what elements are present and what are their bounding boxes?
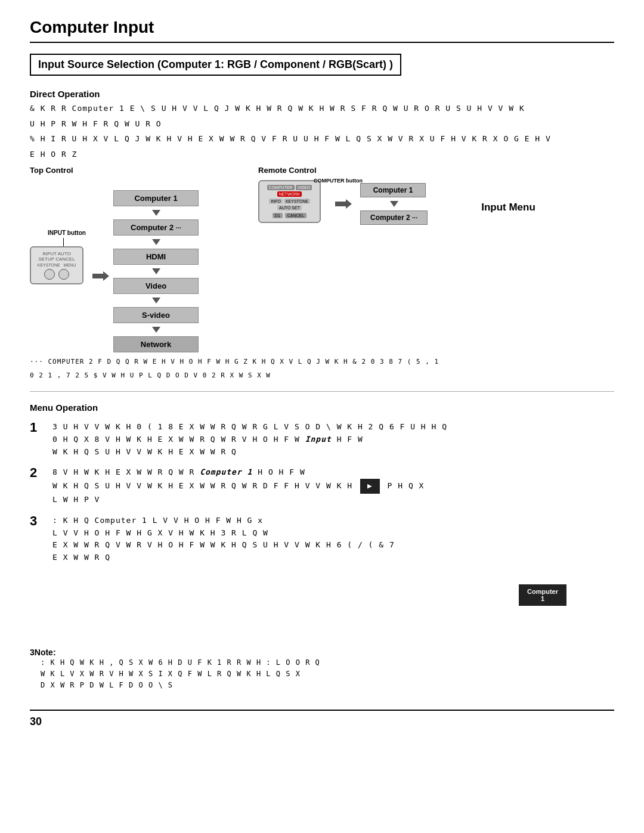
arr-down-2 [152,239,160,245]
comp1-box-area: Computer 1 [30,572,566,606]
note-text2: W K L V X W R V H W X S I X Q F W L R Q … [41,668,614,680]
step3-text: : K H Q Computer 1 L V V H O H F W H G x… [52,515,395,564]
remote-control-section: Remote Control COMPUTER button COMPUTER … [258,166,428,225]
steps-list: 1 3 U H V V W K H 0 ( 1 8 E X W W R Q W … [30,421,614,564]
menu-item-computer1: Computer 1 [113,190,199,206]
direct-op-text2: U H P R W H F R Q W U R O [30,118,614,130]
note-section: 3Note: : K H Q W K H , Q S X W 6 H D U F… [30,648,614,692]
top-ctrl-labels: INPUT AUTO SETUP CANCEL [37,251,76,262]
svg-marker-1 [335,199,352,209]
step2-black-arrow: ▶ [360,479,380,494]
step1-text: 3 U H V V W K H 0 ( 1 8 E X W W R Q W R … [52,421,447,458]
step2-inline: Computer 1 [200,467,252,476]
menu-item-svideo: S-video [113,307,199,323]
remote-keystone-btn: KEYSTONE [284,199,310,204]
remote-arrow [335,199,352,210]
computer-btn-label: COMPUTER button [314,178,363,184]
input-menu-label: Input Menu [481,202,535,213]
remote-menu-computer2: Computer 2 ··· [360,210,428,225]
remote-control-label: Remote Control [258,166,317,175]
circle-btn-2 [58,269,69,280]
footnote1: ··· COMPUTER 2 F D Q Q R W E H V H O H F… [30,357,614,367]
arr-down-rc [390,201,398,207]
remote-info-btn: INFO [269,199,283,204]
step3: 3 : K H Q Computer 1 L V V H O H F W H G… [30,515,614,564]
direct-op-title: Direct Operation [30,89,614,99]
remote-autoset-btn: AUTO SET [277,205,302,210]
note-text1: : K H Q W K H , Q S X W 6 H D U F K 1 R … [41,657,614,668]
comp1-label2: 1 [527,595,558,602]
section1-title: Input Source Selection (Computer 1: RGB … [30,54,401,76]
menu-operation-section: Menu Operation 1 3 U H V V W K H 0 ( 1 8… [30,402,614,606]
note-text3: D X W R P D W L F D O O \ S [41,680,614,691]
arr-down-4 [152,298,160,304]
top-control-section: Top Control INPUT button INPUT AUTO SETU… [30,166,199,352]
input-btn-label: INPUT button [48,230,86,236]
comp1-label1: Computer [527,588,558,595]
note-title: 3Note: [30,648,614,657]
direct-op-text4: E H O R Z [30,148,614,160]
remote-chain: COMPUTER button COMPUTER VIDEO NETWORK I… [258,178,428,225]
step2-text: 8 V H W K H E X W W R Q W R Computer 1 H… [52,466,424,506]
menu-item-hdmi: HDMI [113,249,199,265]
top-control-label: Top Control [30,166,73,175]
step1: 1 3 U H V V W K H 0 ( 1 8 E X W W R Q W … [30,421,614,458]
remote-menu-computer1: Computer 1 [360,183,426,197]
step2: 2 8 V H W K H E X W W R Q W R Computer 1… [30,466,614,506]
step1-inline: Input [305,435,332,444]
page-number: 30 [30,710,614,728]
circle-btn-1 [44,269,55,280]
footnote2: 0 2 1 , 7 2 5 $ V W H U P L Q D O D V 0 … [30,371,614,381]
remote-computer-btn: COMPUTER [267,185,295,190]
remote-video-btn: VIDEO [296,185,312,190]
step2-number: 2 [30,465,48,481]
step1-number: 1 [30,420,48,435]
input-menu-label-container: Input Menu [469,202,535,213]
remote-menu-chain: Computer 1 Computer 2 ··· [360,183,428,225]
menu-item-computer2: Computer 2 ··· [113,219,199,236]
top-control-chain: INPUT button INPUT AUTO SETUP CANCEL KEY… [30,178,199,352]
remote-network-btn: NETWORK [277,191,302,197]
direct-op-text3: % H I R U H X V L Q J W K H V H E X W W … [30,133,614,145]
arr-down-3 [152,268,160,274]
menu-item-network: Network [113,336,199,352]
arrow-to-menu [92,271,110,281]
svg-marker-0 [92,271,109,281]
page-title: Computer Input [30,18,614,43]
input-menu-stack: Computer 1 Computer 2 ··· HDMI Video S-v… [113,190,199,352]
comp1-box: Computer 1 [519,584,566,606]
arr-down-1 [152,210,160,216]
menu-op-title: Menu Operation [30,402,614,413]
top-ctrl-keys: KEYSTONE MENU [37,263,76,267]
arr-down-5 [152,327,160,333]
step3-number: 3 [30,513,48,529]
remote-d1: D1 [273,213,283,218]
remote-cancel: CANCEL [285,213,306,218]
direct-op-text1: & K R R Computer 1 E \ S U H V V L Q J W… [30,103,614,114]
menu-item-video: Video [113,278,199,294]
